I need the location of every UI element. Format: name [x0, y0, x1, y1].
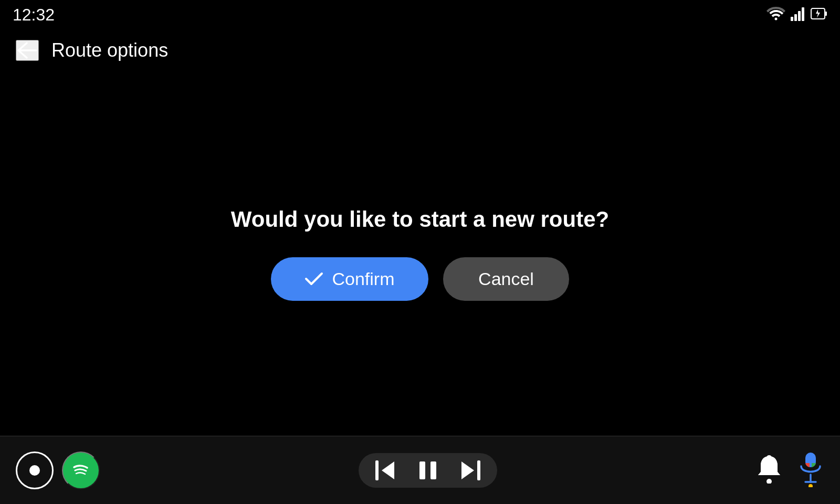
svg-rect-7 [419, 461, 425, 479]
svg-rect-3 [802, 7, 804, 21]
svg-rect-11 [767, 455, 771, 458]
page-title: Route options [51, 39, 168, 61]
svg-rect-2 [798, 11, 801, 21]
svg-point-15 [808, 484, 813, 487]
cancel-button[interactable]: Cancel [443, 257, 569, 301]
notification-button[interactable] [756, 455, 782, 485]
checkmark-icon [304, 271, 323, 286]
battery-icon [811, 6, 827, 23]
status-time: 12:32 [13, 5, 55, 25]
svg-rect-5 [825, 12, 827, 16]
google-mic-button[interactable] [797, 452, 824, 489]
bottom-bar [0, 436, 840, 504]
back-button[interactable] [16, 40, 39, 61]
next-track-button[interactable] [458, 460, 480, 480]
status-bar: 12:32 [0, 0, 840, 29]
header: Route options [0, 29, 840, 71]
svg-rect-8 [430, 461, 436, 479]
wifi-icon [766, 7, 785, 23]
google-mic-icon [797, 452, 824, 487]
svg-rect-0 [791, 17, 793, 21]
dialog-buttons: Confirm Cancel [271, 257, 569, 301]
bell-icon [756, 455, 782, 484]
spotify-icon [70, 459, 92, 481]
svg-point-10 [766, 479, 772, 484]
svg-rect-9 [477, 460, 480, 480]
prev-track-button[interactable] [375, 460, 397, 480]
spotify-button[interactable] [62, 452, 100, 489]
dialog-question: Would you like to start a new route? [231, 207, 609, 232]
confirm-button[interactable]: Confirm [271, 257, 428, 301]
record-inner-dot [29, 465, 40, 476]
record-button[interactable] [16, 452, 54, 489]
media-left [16, 452, 100, 489]
media-controls-inner [359, 453, 497, 488]
svg-rect-1 [794, 14, 797, 21]
pause-button[interactable] [418, 460, 437, 480]
signal-icon [791, 6, 805, 23]
main-content: Would you like to start a new route? Con… [0, 71, 840, 436]
svg-rect-6 [375, 460, 379, 480]
status-icons [766, 6, 827, 23]
media-controls [100, 453, 756, 488]
bottom-right [756, 452, 824, 489]
